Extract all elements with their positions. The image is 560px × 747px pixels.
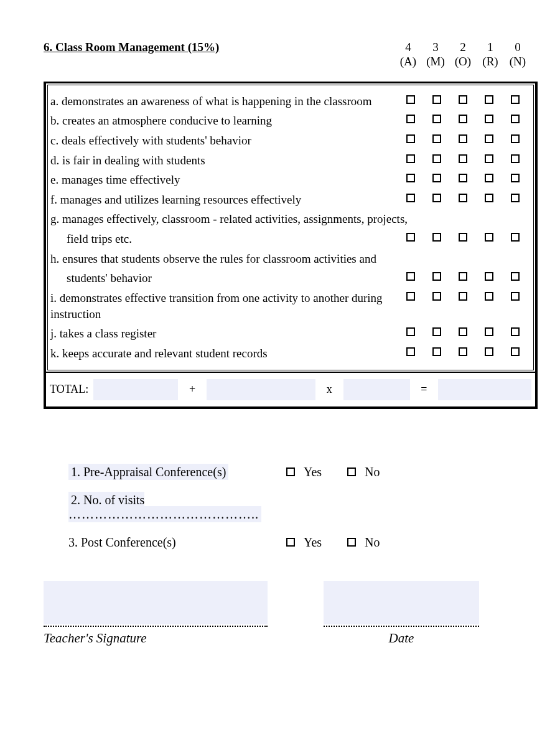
item-i-text: i. demonstrates effective transition fro… [50,290,398,322]
checkbox-icon[interactable] [485,95,493,104]
total-field-3[interactable] [343,379,410,400]
date-field[interactable] [324,581,479,624]
checkbox-icon[interactable] [459,154,467,163]
checkbox-icon[interactable] [485,115,493,123]
checkbox-icon[interactable] [432,154,441,163]
item-a: a. demonstrates an awareness of what is … [50,92,530,111]
checkbox-icon[interactable] [406,233,415,242]
checkbox-icon[interactable] [286,538,295,547]
teacher-signature-block: Teacher's Signature [44,581,268,646]
date-block: Date [324,581,479,646]
checkbox-icon[interactable] [406,327,415,336]
item-c-text: c. deals effectively with students' beha… [50,133,398,149]
checkbox-icon[interactable] [459,233,467,242]
checkbox-icon[interactable] [485,194,493,202]
rating-scale-header: 4(A) 3(M) 2(O) 1(R) 0(N) [394,40,538,69]
item-k-text: k. keeps accurate and relevant student r… [50,345,398,362]
checkbox-icon[interactable] [459,327,467,336]
total-field-result[interactable] [438,379,531,400]
plus-operator: + [183,383,201,396]
scale-1-let: (R) [477,55,504,69]
q3-label: 3. Post Conference(s) [68,535,176,549]
item-f-text: f. manages and utilizes learning resourc… [50,192,398,208]
checkbox-icon[interactable] [432,115,441,123]
checkbox-icon[interactable] [432,233,441,242]
checkbox-icon[interactable] [485,347,493,356]
checkbox-icon[interactable] [432,292,441,301]
item-g-line2: field trips etc. [50,229,530,249]
checkbox-icon[interactable] [432,194,441,202]
item-h-text1: h. ensures that students observe the rul… [50,251,530,267]
checkbox-icon[interactable] [459,174,467,182]
checkbox-icon[interactable] [432,95,441,104]
checkbox-icon[interactable] [511,95,520,104]
item-g-text2: field trips etc. [50,231,132,247]
checkbox-icon[interactable] [485,134,493,143]
checkbox-icon[interactable] [511,174,520,182]
yes-label: Yes [304,535,338,550]
checkbox-icon[interactable] [406,347,415,356]
checkbox-icon[interactable] [485,272,493,281]
checkbox-icon[interactable] [347,538,356,547]
checkbox-icon[interactable] [511,154,520,163]
checkbox-icon[interactable] [459,194,467,202]
checkbox-icon[interactable] [459,134,467,143]
checkbox-icon[interactable] [511,134,520,143]
total-label: TOTAL: [50,383,88,396]
total-field-2[interactable] [207,379,315,400]
scale-4-num: 4 [394,40,422,55]
item-e: e. manages time effectively [50,170,530,190]
scale-2-num: 2 [449,40,477,55]
yes-label: Yes [304,465,338,479]
checkbox-icon[interactable] [485,174,493,182]
checkbox-icon[interactable] [406,115,415,123]
checkbox-icon[interactable] [485,233,493,242]
item-h-line1: h. ensures that students observe the rul… [50,249,530,269]
checkbox-icon[interactable] [459,115,467,123]
scale-3-let: (M) [422,55,449,69]
times-operator: x [320,383,338,396]
checkbox-icon[interactable] [511,292,520,301]
total-row: TOTAL: + x = [46,372,535,406]
checkbox-icon[interactable] [347,467,356,476]
checkbox-icon[interactable] [511,194,520,202]
checkbox-icon[interactable] [406,174,415,182]
checkbox-icon[interactable] [485,292,493,301]
checkbox-icon[interactable] [406,272,415,281]
checkbox-icon[interactable] [459,292,467,301]
checkbox-icon[interactable] [432,327,441,336]
checkbox-icon[interactable] [511,272,520,281]
item-a-text: a. demonstrates an awareness of what is … [50,93,398,110]
checkbox-icon[interactable] [406,194,415,202]
checkbox-icon[interactable] [511,347,520,356]
checkbox-icon[interactable] [459,347,467,356]
checkbox-icon[interactable] [485,327,493,336]
checkbox-icon[interactable] [459,272,467,281]
scale-1-num: 1 [477,40,504,55]
scale-0-let: (N) [504,55,531,69]
checkbox-icon[interactable] [432,347,441,356]
no-label: No [365,465,399,479]
question-1: 1. Pre-Appraisal Conference(s) Yes No [68,465,538,479]
checkbox-icon[interactable] [406,134,415,143]
checkbox-icon[interactable] [511,327,520,336]
checkbox-icon[interactable] [511,233,520,242]
item-j: j. takes a class register [50,324,530,344]
date-label: Date [324,631,479,646]
checkbox-icon[interactable] [406,292,415,301]
total-field-1[interactable] [93,379,178,400]
checkbox-icon[interactable] [511,115,520,123]
checkbox-icon[interactable] [485,154,493,163]
q2-fill-line[interactable]: …………………………………….. [68,507,259,521]
checkbox-icon[interactable] [432,174,441,182]
item-b: b. creates an atmosphere conducive to le… [50,111,530,131]
equals-operator: = [415,383,433,396]
no-label: No [365,535,399,550]
checkbox-icon[interactable] [432,134,441,143]
checkbox-icon[interactable] [286,467,295,476]
teacher-signature-field[interactable] [44,581,268,624]
checkbox-icon[interactable] [406,95,415,104]
checkbox-icon[interactable] [406,154,415,163]
checkbox-icon[interactable] [459,95,467,104]
checkbox-icon[interactable] [432,272,441,281]
